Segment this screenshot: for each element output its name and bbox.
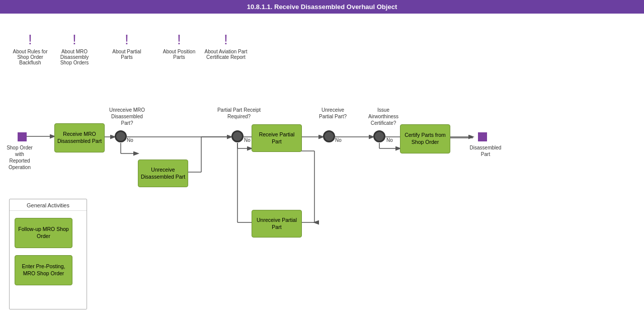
page-title: 10.8.1.1. Receive Disassembled Overhaul … bbox=[247, 3, 397, 11]
no-label-1: No bbox=[127, 137, 133, 143]
end-node-label: Disassembled Part bbox=[468, 144, 503, 158]
act-receive-mro[interactable]: Receive MRO Disassembled Part bbox=[54, 123, 105, 152]
act-unreceive-partial[interactable]: Unreceive Partial Part bbox=[252, 210, 302, 238]
act-receive-partial[interactable]: Receive Partial Part bbox=[252, 124, 302, 152]
no-label-3: No bbox=[335, 137, 342, 143]
legend-position-label: About Position Parts bbox=[159, 49, 199, 60]
act-enter-preposting[interactable]: Enter Pre-Posting, MRO Shop Order bbox=[15, 255, 72, 285]
general-activities-panel: General Activities Follow-up MRO Shop Or… bbox=[9, 199, 87, 309]
decision-partial-receipt-label: Partial Part Receipt Required? bbox=[216, 107, 262, 120]
decision-unreceive-mro bbox=[115, 130, 127, 142]
flow-diagram-svg bbox=[0, 14, 644, 312]
no-label-2: No bbox=[244, 137, 251, 143]
exclamation-icon-partial: ! bbox=[125, 33, 129, 47]
act-unreceive-disassembled[interactable]: Unreceive Disassembled Part bbox=[138, 160, 188, 187]
exclamation-icon-mro: ! bbox=[72, 33, 76, 47]
exclamation-icon-rules: ! bbox=[28, 33, 32, 47]
legend-mro-label: About MRO Disassembly Shop Orders bbox=[54, 49, 95, 65]
legend-rules-label: About Rules for Shop Order Backflush bbox=[10, 49, 50, 65]
general-activities-title: General Activities bbox=[10, 199, 87, 211]
decision-issue-airworthiness-label: Issue Airworthiness Certificate? bbox=[363, 107, 404, 126]
decision-unreceive-partial-label: Unreceive Partial Part? bbox=[314, 107, 352, 120]
decision-partial-receipt bbox=[231, 130, 244, 142]
decision-unreceive-partial bbox=[323, 130, 335, 142]
legend-mro[interactable]: ! About MRO Disassembly Shop Orders bbox=[54, 33, 95, 65]
decision-unreceive-mro-label: Unreceive MRO Disassembled Part? bbox=[106, 107, 148, 126]
act-followup-mro[interactable]: Follow-up MRO Shop Order bbox=[15, 218, 72, 248]
main-area: ! About Rules for Shop Order Backflush !… bbox=[0, 14, 644, 312]
start-node-label: Shop Order with Reported Operation bbox=[5, 144, 34, 171]
no-label-4: No bbox=[386, 137, 393, 143]
legend-rules[interactable]: ! About Rules for Shop Order Backflush bbox=[10, 33, 50, 65]
act-certify-parts[interactable]: Certify Parts from Shop Order bbox=[400, 124, 450, 153]
legend-partial[interactable]: ! About Partial Parts bbox=[107, 33, 147, 60]
title-bar: 10.8.1.1. Receive Disassembled Overhaul … bbox=[0, 0, 644, 14]
legend-aviation[interactable]: ! About Aviation Part Certificate Report bbox=[203, 33, 249, 60]
legend-position[interactable]: ! About Position Parts bbox=[159, 33, 199, 60]
end-node bbox=[478, 132, 487, 141]
start-node bbox=[18, 132, 27, 141]
exclamation-icon-position: ! bbox=[177, 33, 181, 47]
exclamation-icon-aviation: ! bbox=[224, 33, 228, 47]
legend-partial-label: About Partial Parts bbox=[107, 49, 147, 60]
legend-aviation-label: About Aviation Part Certificate Report bbox=[203, 49, 249, 60]
decision-issue-airworthiness bbox=[373, 130, 385, 142]
